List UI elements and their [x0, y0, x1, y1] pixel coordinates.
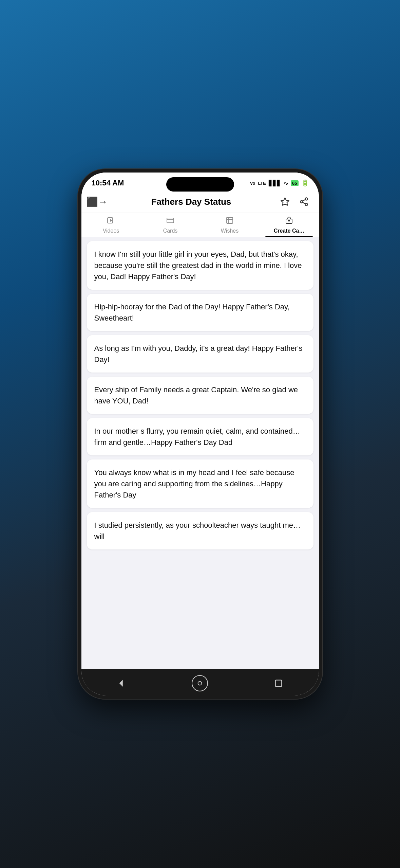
header-actions	[278, 195, 311, 209]
wish-card-3[interactable]: As long as I'm with you, Daddy, it's a g…	[87, 335, 313, 373]
tab-videos[interactable]: Videos	[81, 213, 141, 237]
videos-tab-label: Videos	[103, 228, 119, 234]
app-header: ⬛→ Fathers Day Status	[81, 190, 319, 213]
cards-tab-label: Cards	[163, 228, 178, 234]
home-nav-button[interactable]	[192, 675, 208, 691]
svg-marker-13	[119, 680, 123, 687]
svg-point-3	[305, 203, 307, 206]
tab-bar: Videos Cards Wishes	[81, 213, 319, 237]
back-icon: ⬛→	[86, 196, 108, 207]
videos-tab-icon	[107, 216, 115, 227]
share-icon	[299, 197, 309, 206]
wish-text-2: Hip-hip-hooray for the Dad of the Day! H…	[94, 303, 290, 322]
lte-icon: LTE	[258, 181, 266, 186]
recent-nav-icon	[274, 679, 283, 688]
wish-card-5[interactable]: In our mother s flurry, you remain quiet…	[87, 418, 313, 455]
wish-text-1: I know I'm still your little girl in you…	[94, 250, 302, 281]
back-nav-icon	[116, 678, 127, 688]
share-button[interactable]	[297, 195, 311, 209]
create-tab-icon	[285, 216, 293, 227]
battery-icon: 🔋	[301, 179, 309, 187]
bottom-nav	[81, 669, 319, 695]
back-nav-button[interactable]	[111, 676, 132, 690]
star-icon	[280, 197, 290, 206]
wishes-tab-icon	[226, 216, 234, 227]
page-title: Fathers Day Status	[151, 197, 231, 207]
back-button[interactable]: ⬛→	[90, 194, 104, 209]
wish-text-5: In our mother s flurry, you remain quiet…	[94, 427, 300, 447]
favorite-button[interactable]	[278, 195, 292, 209]
svg-rect-12	[288, 220, 290, 221]
svg-rect-8	[167, 218, 174, 223]
tab-wishes[interactable]: Wishes	[200, 213, 260, 237]
status-notch	[166, 177, 234, 192]
volte-icon: Vo	[250, 181, 255, 186]
recent-nav-button[interactable]	[268, 676, 289, 690]
wishes-tab-label: Wishes	[221, 228, 239, 234]
wish-text-7: I studied persistently, as your schoolte…	[94, 521, 301, 541]
wish-text-6: You always know what is in my head and I…	[94, 468, 294, 499]
status-bar: 10:54 AM Vo LTE ▋▋▋ ∿ 65 🔋	[81, 173, 319, 190]
phone-screen: 10:54 AM Vo LTE ▋▋▋ ∿ 65 🔋 ⬛→ Fathers	[81, 173, 319, 695]
svg-line-5	[303, 200, 305, 201]
svg-point-2	[300, 201, 303, 203]
svg-marker-0	[281, 198, 289, 205]
status-icons: Vo LTE ▋▋▋ ∿ 65 🔋	[250, 179, 309, 187]
wish-text-3: As long as I'm with you, Daddy, it's a g…	[94, 344, 303, 364]
svg-point-14	[198, 682, 202, 685]
battery-level: 65	[291, 180, 298, 186]
svg-marker-7	[110, 219, 112, 222]
home-nav-icon	[196, 680, 204, 687]
svg-rect-10	[227, 217, 233, 223]
tab-cards[interactable]: Cards	[141, 213, 200, 237]
wish-card-6[interactable]: You always know what is in my head and I…	[87, 459, 313, 508]
create-tab-label: Create Ca…	[274, 228, 305, 234]
status-time: 10:54 AM	[92, 179, 124, 187]
svg-line-4	[303, 202, 305, 204]
signal-icon: ▋▋▋	[269, 180, 281, 186]
wish-card-2[interactable]: Hip-hip-hooray for the Dad of the Day! H…	[87, 294, 313, 331]
wish-card-7[interactable]: I studied persistently, as your schoolte…	[87, 512, 313, 549]
tab-create[interactable]: Create Ca…	[260, 213, 319, 237]
svg-point-1	[305, 198, 307, 200]
wish-card-4[interactable]: Every ship of Family needs a great Capta…	[87, 377, 313, 414]
wifi-icon: ∿	[284, 180, 288, 186]
wish-text-4: Every ship of Family needs a great Capta…	[94, 385, 298, 405]
cards-tab-icon	[166, 216, 174, 227]
wish-card-1[interactable]: I know I'm still your little girl in you…	[87, 241, 313, 290]
content-area: I know I'm still your little girl in you…	[81, 237, 319, 669]
phone-frame: 10:54 AM Vo LTE ▋▋▋ ∿ 65 🔋 ⬛→ Fathers	[78, 169, 322, 699]
svg-rect-15	[275, 680, 282, 687]
